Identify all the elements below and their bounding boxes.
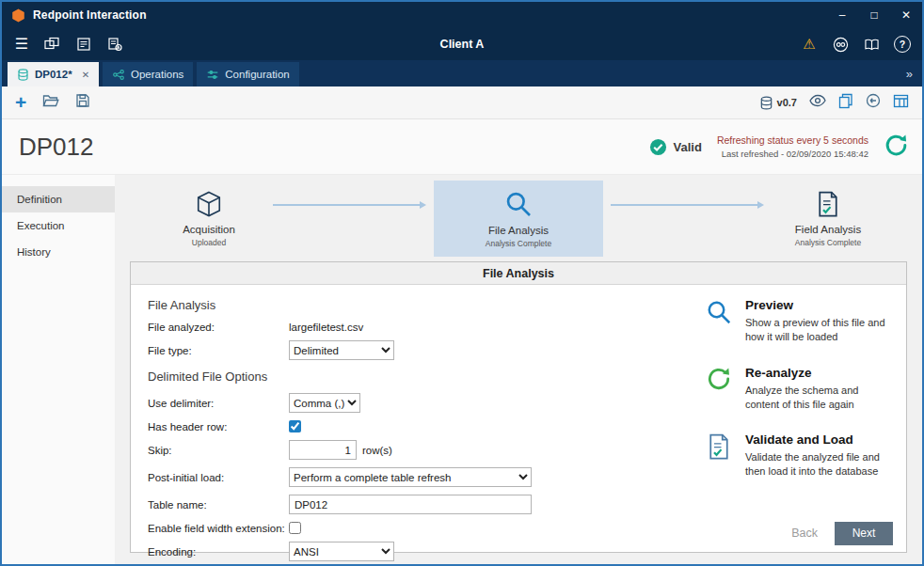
maximize-button[interactable]: □ [858,2,890,28]
step-label: Field Analysis [795,224,861,235]
step-label: Acquisition [183,224,235,235]
has-header-row-checkbox[interactable] [289,420,301,432]
stepper-arrow [611,201,764,209]
tab-overflow-icon[interactable]: » [897,67,922,81]
step-acquisition[interactable]: Acquisition Uploaded [152,190,265,247]
copy-icon[interactable] [838,93,853,113]
client-name: Client A [440,38,485,51]
use-delimiter-label: Use delimiter: [148,398,289,409]
refresh-note-line2: Last refreshed - 02/09/2020 15:48:42 [717,149,868,159]
status-label: Valid [674,140,702,154]
action-preview[interactable]: Preview Show a preview of this file and … [704,298,889,344]
section-delimited-options: Delimited File Options [148,369,661,384]
file-type-label: File type: [148,345,289,356]
tabbar: DP012* ✕ Operations Configuration » [2,60,922,86]
preview-eye-icon[interactable] [809,94,826,111]
document-toolbar: + v0.7 [2,86,922,119]
has-header-row-label: Has header row: [148,421,289,432]
step-status: Analysis Complete [486,239,551,248]
menu-icon[interactable]: ☰ [13,36,30,53]
new-button[interactable]: + [15,93,26,112]
step-status: Uploaded [192,238,226,247]
action-description: Analyze the schema and content of this f… [745,384,889,412]
valid-check-icon [649,138,667,156]
documentation-book-icon[interactable] [863,36,880,53]
appbar-right-icons: ⚠ ? [801,36,911,53]
page-header-right: Valid Refreshing status every 5 seconds … [649,133,909,162]
appbar-left-icons: ☰ [13,36,123,53]
documents-icon[interactable] [75,36,92,53]
document-toolbar-left: + [15,93,90,112]
refresh-note: Refreshing status every 5 seconds Last r… [717,134,868,159]
table-name-label: Table name: [148,499,289,511]
page-header: DP012 Valid Refreshing status every 5 se… [2,119,922,175]
action-reanalyze[interactable]: Re-analyze Analyze the schema and conten… [704,366,889,412]
tab-configuration[interactable]: Configuration [197,62,298,86]
file-analysis-form: File Analysis File analyzed: largefilete… [148,296,661,514]
content-area: Acquisition Uploaded File Analysis Analy… [115,175,922,564]
data-schedule-icon[interactable] [106,36,123,53]
tab-operations[interactable]: Operations [103,62,193,86]
close-button[interactable]: ✕ [890,2,922,28]
panel-footer: Back Next [131,514,906,552]
field-table-name: Table name: [148,495,661,514]
file-type-select[interactable]: Delimited [289,340,394,360]
help-icon[interactable]: ? [894,36,911,53]
tab-dp012[interactable]: DP012* ✕ [8,62,99,86]
appbar: ☰ Client A ⚠ ? [2,28,922,60]
refresh-icon[interactable] [884,133,909,162]
workspaces-icon[interactable] [44,36,61,53]
field-skip: Skip: row(s) [148,440,661,460]
field-use-delimiter: Use delimiter: Comma (,) [148,393,661,413]
sidebar: Definition Execution History [2,175,115,564]
action-description: Validate the analyzed file and then load… [745,450,889,479]
reanalyze-refresh-icon [704,366,734,412]
link-icon[interactable] [832,36,849,53]
tab-close-icon[interactable]: ✕ [82,70,89,80]
field-file-analyzed: File analyzed: largefiletest.csv [148,322,661,333]
file-analyzed-value: largefiletest.csv [289,322,363,333]
step-label: File Analysis [488,225,549,236]
panel-body: File Analysis File analyzed: largefilete… [131,285,906,514]
panel-actions: Preview Show a preview of this file and … [661,296,889,514]
package-icon [195,190,223,218]
validate-document-icon [704,432,734,479]
sidebar-item-history[interactable]: History [2,239,115,265]
sidebar-item-definition[interactable]: Definition [2,186,115,212]
next-button[interactable]: Next [835,522,893,545]
tab-label: DP012* [35,69,72,80]
skip-label: Skip: [148,445,289,456]
window-title: Redpoint Interaction [33,8,147,22]
action-description: Show a preview of this file and how it w… [745,316,889,344]
app-logo-icon [11,8,25,23]
skip-suffix: row(s) [362,445,392,456]
skip-input[interactable] [289,440,357,460]
save-icon[interactable] [75,93,90,112]
app-window: Redpoint Interaction – □ ✕ ☰ Client A ⚠ [0,0,924,566]
alerts-icon[interactable]: ⚠ [801,36,818,53]
open-folder-icon[interactable] [42,93,59,112]
use-delimiter-select[interactable]: Comma (,) [289,393,360,413]
window-controls: – □ ✕ [826,2,922,28]
table-name-input[interactable] [289,495,532,514]
version-label: v0.7 [777,97,797,108]
document-check-icon [814,190,842,218]
titlebar: Redpoint Interaction – □ ✕ [2,2,922,28]
main-area: Definition Execution History Acquisition… [2,175,922,564]
step-field-analysis[interactable]: Field Analysis Analysis Complete [772,190,884,247]
back-button[interactable]: Back [791,527,818,540]
refresh-note-line1: Refreshing status every 5 seconds [717,134,868,146]
field-file-type: File type: Delimited [148,340,661,360]
field-post-initial-load: Post-initial load: Perform a complete ta… [148,467,661,487]
version-indicator[interactable]: v0.7 [759,96,797,110]
schema-view-icon[interactable] [893,94,909,112]
sidebar-item-execution[interactable]: Execution [2,212,115,239]
stepper-arrow [273,201,426,209]
tab-label: Operations [131,69,183,80]
revert-icon[interactable] [866,93,881,112]
minimize-button[interactable]: – [826,2,858,28]
action-validate-load[interactable]: Validate and Load Validate the analyzed … [704,432,889,479]
document-toolbar-right: v0.7 [759,93,909,113]
step-file-analysis[interactable]: File Analysis Analysis Complete [434,181,603,257]
post-initial-load-select[interactable]: Perform a complete table refresh [289,467,532,487]
